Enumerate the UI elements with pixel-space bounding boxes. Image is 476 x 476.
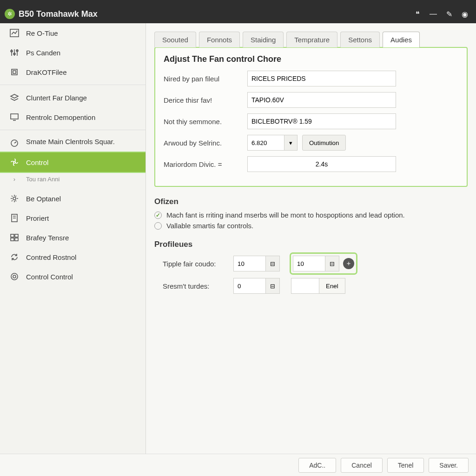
minimize-icon[interactable]: —: [427, 7, 440, 20]
sidebar-item-label: Control: [26, 159, 48, 166]
sidebar-item-control[interactable]: Control: [0, 152, 146, 172]
fan-icon: [8, 157, 20, 167]
main-content: Soouted Fonnots Staiding Temprature Sett…: [146, 23, 476, 454]
tab-audies[interactable]: Audies: [383, 32, 420, 47]
tenel-button[interactable]: Tenel: [387, 458, 424, 473]
tab-settons[interactable]: Settons: [340, 32, 380, 47]
document-icon: [8, 213, 20, 223]
sidebar-item-touran[interactable]: › Tou ran Anni: [0, 172, 145, 189]
profile-row2-label: Sresm't turdes:: [154, 282, 233, 290]
add-profile-button[interactable]: ＋: [343, 258, 354, 269]
profile-row1-stepper2[interactable]: ⊟: [325, 256, 339, 271]
ofizen-option1-label: Mach fant is rriting inand mserbs will b…: [166, 211, 405, 219]
sidebar-item-beoptanel[interactable]: Be Optanel: [0, 189, 145, 208]
profile-row2-aux-input[interactable]: [291, 278, 319, 294]
profile-row1-highlight-group: ⊟ ＋: [291, 254, 356, 273]
sidebar-item-label: Control Control: [26, 273, 73, 281]
ofizen-option2-label: Vallable smartis far controls.: [166, 222, 253, 230]
sidebar-item-contred[interactable]: Contred Rostnol: [0, 247, 145, 267]
sidebar-item-smate[interactable]: Smate Main Clentrols Squar.: [0, 133, 145, 152]
sidebar-item-label: Proriert: [26, 214, 49, 222]
grid-icon: [8, 232, 20, 243]
svg-point-15: [11, 273, 18, 280]
field4-dropdown-button[interactable]: ▾: [284, 135, 298, 151]
tab-fonnots[interactable]: Fonnots: [199, 32, 240, 47]
help-icon[interactable]: ◉: [458, 7, 471, 20]
tab-staiding[interactable]: Staiding: [243, 32, 284, 47]
ofizen-title: Ofizen: [154, 197, 468, 206]
sidebar-item-brafey[interactable]: Brafey Tensre: [0, 228, 145, 247]
arrow-icon: ›: [8, 174, 20, 184]
sidebar-item-label: DraKOTFilee: [26, 68, 67, 76]
profile-row1-input1[interactable]: [233, 256, 266, 271]
panel-title: Adjust The Fan control Chore: [164, 54, 458, 64]
refresh-icon: [8, 252, 20, 262]
saver-button[interactable]: Saver.: [429, 458, 469, 473]
titlebar-strip: [0, 0, 476, 5]
ofizen-option2[interactable]: Vallable smartis far controls.: [154, 222, 468, 230]
outimution-button[interactable]: Outimution: [302, 135, 346, 151]
sidebar-item-label: Brafey Tensre: [26, 234, 69, 242]
svg-point-9: [13, 197, 16, 200]
svg-rect-14: [15, 238, 18, 241]
field2-label: Derice thisr fav!: [164, 96, 247, 104]
chart-icon: [8, 28, 20, 38]
enel-button[interactable]: Enel: [319, 278, 345, 294]
radio-checked-icon: [154, 212, 162, 219]
layers-icon: [8, 93, 20, 103]
field2-input[interactable]: [247, 92, 396, 108]
field3-label: Not thiy semmone.: [164, 118, 247, 126]
sidebar-item-label: Smate Main Clentrols Squar.: [26, 138, 115, 145]
sliders-icon: [8, 47, 20, 58]
sidebar-item-rentrolc[interactable]: Rentrolc Demopention: [0, 107, 145, 127]
gauge-icon: [8, 138, 20, 148]
profile-row2-stepper1[interactable]: ⊟: [266, 278, 280, 294]
sidebar-item-label: Be Optanel: [26, 195, 61, 203]
sidebar-item-controlcontrol[interactable]: Control Control: [0, 267, 145, 286]
monitor-icon: [8, 112, 20, 122]
app-logo-icon: ✲: [5, 9, 15, 19]
profiles-title: Profileues: [154, 240, 468, 249]
adc-button[interactable]: AdC..: [298, 458, 336, 473]
tab-soouted[interactable]: Soouted: [154, 32, 196, 47]
profile-row2-input1[interactable]: [233, 278, 266, 294]
profile-row1-stepper1[interactable]: ⊟: [266, 256, 280, 271]
tab-bar: Soouted Fonnots Staiding Temprature Sett…: [154, 32, 468, 47]
tab-temprature[interactable]: Temprature: [286, 32, 337, 47]
sidebar: Re O-Tiue Ps Canden DraKOTFilee Cluntert…: [0, 23, 146, 454]
sidebar-item-label: Re O-Tiue: [26, 29, 58, 37]
sidebar-item-label: Tou ran Anni: [26, 176, 60, 183]
profile-row1-label: Tipple fair coudo:: [154, 260, 233, 268]
svg-rect-5: [13, 71, 16, 73]
adjust-panel: Adjust The Fan control Chore Nired by pa…: [154, 47, 468, 187]
field5-input[interactable]: [247, 156, 396, 172]
svg-point-16: [13, 275, 16, 278]
sidebar-item-drakotfilee[interactable]: DraKOTFilee: [0, 62, 145, 82]
edit-icon[interactable]: ✎: [443, 7, 456, 20]
svg-rect-13: [11, 238, 14, 241]
sidebar-item-reotiue[interactable]: Re O-Tiue: [0, 23, 145, 43]
window-header: ✲ B50 Tomahawk Max ❝ — ✎ ◉: [0, 5, 476, 23]
field1-label: Nired by pan fileul: [164, 75, 247, 83]
svg-rect-6: [11, 114, 18, 119]
chip-icon: [8, 67, 20, 77]
notification-icon[interactable]: ❝: [411, 7, 424, 20]
sidebar-item-cluntert[interactable]: Cluntert Far Dlange: [0, 88, 145, 107]
field4-label: Arwoud by Selrinc.: [164, 139, 247, 147]
ofizen-option1[interactable]: Mach fant is rriting inand mserbs will b…: [154, 211, 468, 219]
window-title: B50 Tomahawk Max: [19, 9, 98, 19]
field4-input[interactable]: [247, 135, 284, 151]
field3-input[interactable]: [247, 113, 396, 129]
field1-input[interactable]: [247, 71, 396, 86]
profile-row1-input2[interactable]: [293, 256, 325, 271]
sidebar-item-label: Contred Rostnol: [26, 253, 76, 261]
svg-rect-12: [15, 234, 18, 237]
cancel-button[interactable]: Cancel: [341, 458, 383, 473]
sidebar-item-pscanden[interactable]: Ps Canden: [0, 43, 145, 62]
field5-label: Mariordom Divic. =: [164, 160, 247, 168]
gear-icon: [8, 193, 20, 204]
sidebar-item-label: Rentrolc Demopention: [26, 113, 95, 121]
footer-bar: AdC.. Cancel Tenel Saver.: [0, 454, 476, 476]
sidebar-item-proriert[interactable]: Proriert: [0, 208, 145, 228]
svg-rect-4: [12, 69, 17, 75]
